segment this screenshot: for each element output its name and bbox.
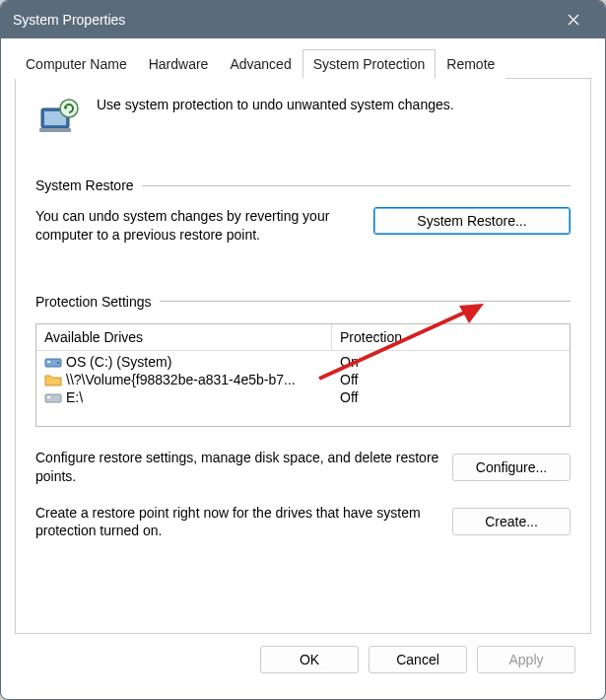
create-description: Create a restore point right now for the…: [35, 504, 440, 541]
svg-rect-2: [39, 128, 71, 132]
restore-description: You can undo system changes by reverting…: [35, 207, 362, 245]
table-row[interactable]: \\?\Volume{f98832be-a831-4e5b-b7... Off: [36, 371, 570, 388]
tab-remote[interactable]: Remote: [436, 49, 505, 79]
table-row[interactable]: OS (C:) (System) On: [36, 353, 570, 371]
create-button[interactable]: Create...: [452, 508, 571, 535]
system-restore-legend: System Restore: [35, 177, 571, 193]
drive-protection: Off: [340, 389, 562, 405]
tab-panel-system-protection: Use system protection to undo unwanted s…: [15, 79, 591, 634]
svg-point-8: [57, 362, 59, 364]
hdd-icon: [44, 389, 62, 405]
tab-hardware[interactable]: Hardware: [138, 49, 220, 79]
table-row[interactable]: E:\ Off: [36, 388, 570, 406]
apply-button[interactable]: Apply: [477, 646, 575, 673]
system-properties-window: System Properties Computer Name Hardware…: [0, 0, 606, 700]
column-header-protection[interactable]: Protection: [332, 324, 570, 351]
svg-point-3: [60, 100, 78, 117]
drives-table: Available Drives Protection OS (C:) (Sys…: [35, 323, 571, 427]
divider: [160, 301, 571, 302]
drive-protection: Off: [340, 372, 562, 387]
system-protection-icon: [35, 95, 83, 142]
cancel-button[interactable]: Cancel: [369, 646, 467, 673]
configure-row: Configure restore settings, manage disk …: [35, 449, 571, 486]
hdd-icon: [44, 354, 62, 370]
window-title: System Properties: [13, 12, 554, 28]
column-header-drives[interactable]: Available Drives: [36, 324, 332, 351]
drives-table-header: Available Drives Protection: [36, 324, 570, 351]
dialog-footer: OK Cancel Apply: [15, 634, 591, 685]
svg-rect-10: [47, 396, 50, 398]
titlebar[interactable]: System Properties: [1, 1, 605, 38]
svg-rect-7: [47, 361, 50, 363]
drives-table-body: OS (C:) (System) On \\?\Volume{f98832be-…: [36, 351, 570, 426]
drive-name: \\?\Volume{f98832be-a831-4e5b-b7...: [66, 372, 296, 387]
drive-protection: On: [340, 354, 562, 370]
tab-advanced[interactable]: Advanced: [219, 49, 302, 79]
drive-name: OS (C:) (System): [66, 354, 171, 370]
close-button[interactable]: [554, 1, 593, 38]
protection-settings-legend-text: Protection Settings: [35, 294, 160, 310]
configure-button[interactable]: Configure...: [452, 454, 571, 481]
system-restore-button[interactable]: System Restore...: [373, 207, 571, 235]
folder-icon: [44, 372, 62, 387]
tab-system-protection[interactable]: System Protection: [303, 49, 437, 79]
configure-description: Configure restore settings, manage disk …: [35, 449, 440, 486]
ok-button[interactable]: OK: [260, 646, 359, 673]
protection-settings-legend: Protection Settings: [35, 294, 571, 310]
intro-row: Use system protection to undo unwanted s…: [35, 95, 571, 142]
tab-strip: Computer Name Hardware Advanced System P…: [15, 48, 591, 79]
intro-text: Use system protection to undo unwanted s…: [97, 95, 454, 112]
drive-name: E:\: [66, 389, 83, 405]
system-restore-section: System Restore You can undo system chang…: [35, 177, 571, 245]
create-row: Create a restore point right now for the…: [35, 504, 571, 541]
system-restore-legend-text: System Restore: [35, 177, 142, 193]
tab-computer-name[interactable]: Computer Name: [15, 49, 138, 79]
content-area: Computer Name Hardware Advanced System P…: [1, 38, 605, 699]
restore-row: You can undo system changes by reverting…: [35, 207, 571, 245]
close-icon: [568, 14, 579, 26]
protection-settings-section: Protection Settings Available Drives Pro…: [35, 294, 571, 541]
divider: [142, 185, 571, 186]
